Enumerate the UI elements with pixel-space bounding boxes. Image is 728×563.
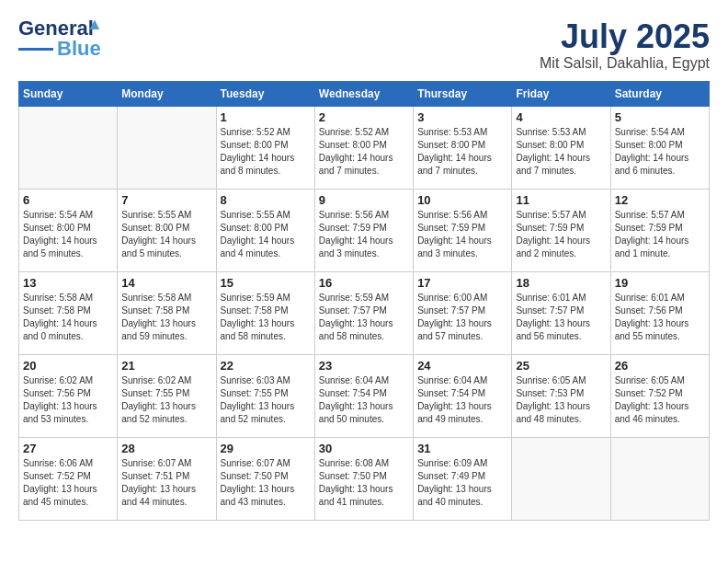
day-info: Sunrise: 5:55 AM Sunset: 8:00 PM Dayligh… [221, 209, 311, 260]
day-number: 11 [516, 193, 606, 207]
day-number: 7 [121, 193, 211, 207]
calendar-cell: 18Sunrise: 6:01 AM Sunset: 7:57 PM Dayli… [512, 271, 610, 354]
day-number: 17 [417, 276, 507, 290]
day-info: Sunrise: 6:06 AM Sunset: 7:52 PM Dayligh… [23, 457, 113, 509]
day-number: 13 [23, 276, 113, 290]
day-number: 21 [121, 359, 211, 373]
calendar-cell: 16Sunrise: 5:59 AM Sunset: 7:57 PM Dayli… [314, 271, 413, 354]
day-number: 20 [23, 359, 113, 373]
calendar-table: SundayMondayTuesdayWednesdayThursdayFrid… [18, 81, 710, 521]
day-info: Sunrise: 6:07 AM Sunset: 7:50 PM Dayligh… [221, 457, 311, 509]
calendar-cell: 31Sunrise: 6:09 AM Sunset: 7:49 PM Dayli… [414, 437, 512, 520]
day-info: Sunrise: 6:01 AM Sunset: 7:56 PM Dayligh… [615, 292, 705, 343]
location-title: Mit Salsil, Dakahlia, Egypt [540, 55, 710, 72]
weekday-header: Wednesday [314, 81, 413, 106]
calendar-cell: 22Sunrise: 6:03 AM Sunset: 7:55 PM Dayli… [216, 354, 314, 437]
weekday-header: Sunday [19, 81, 118, 106]
day-info: Sunrise: 5:57 AM Sunset: 7:59 PM Dayligh… [516, 209, 606, 260]
day-number: 9 [319, 193, 409, 207]
day-number: 12 [615, 193, 705, 207]
day-info: Sunrise: 6:07 AM Sunset: 7:51 PM Dayligh… [121, 457, 211, 509]
month-title: July 2025 [540, 18, 710, 55]
day-info: Sunrise: 5:58 AM Sunset: 7:58 PM Dayligh… [23, 292, 113, 343]
weekday-header: Tuesday [216, 81, 314, 106]
calendar-cell: 25Sunrise: 6:05 AM Sunset: 7:53 PM Dayli… [512, 354, 610, 437]
day-number: 1 [221, 110, 311, 124]
calendar-cell: 6Sunrise: 5:54 AM Sunset: 8:00 PM Daylig… [19, 189, 118, 271]
day-info: Sunrise: 5:59 AM Sunset: 7:58 PM Dayligh… [221, 292, 311, 343]
logo: General ▲ Blue [18, 18, 101, 59]
calendar-cell: 20Sunrise: 6:02 AM Sunset: 7:56 PM Dayli… [19, 354, 118, 437]
day-info: Sunrise: 5:52 AM Sunset: 8:00 PM Dayligh… [319, 126, 409, 178]
day-number: 19 [615, 276, 705, 290]
day-number: 31 [417, 442, 507, 455]
day-info: Sunrise: 5:54 AM Sunset: 8:00 PM Dayligh… [615, 126, 705, 178]
title-area: July 2025 Mit Salsil, Dakahlia, Egypt [540, 18, 710, 72]
calendar-cell: 28Sunrise: 6:07 AM Sunset: 7:51 PM Dayli… [118, 437, 216, 520]
calendar-cell: 27Sunrise: 6:06 AM Sunset: 7:52 PM Dayli… [19, 437, 118, 520]
day-info: Sunrise: 6:03 AM Sunset: 7:55 PM Dayligh… [221, 374, 311, 426]
day-number: 14 [121, 276, 211, 290]
calendar-cell: 24Sunrise: 6:04 AM Sunset: 7:54 PM Dayli… [414, 354, 512, 437]
calendar-cell: 5Sunrise: 5:54 AM Sunset: 8:00 PM Daylig… [610, 106, 709, 189]
day-info: Sunrise: 6:04 AM Sunset: 7:54 PM Dayligh… [319, 374, 409, 426]
calendar-cell [512, 437, 610, 520]
day-number: 15 [221, 276, 311, 290]
calendar-cell: 12Sunrise: 5:57 AM Sunset: 7:59 PM Dayli… [610, 189, 709, 271]
day-info: Sunrise: 5:55 AM Sunset: 8:00 PM Dayligh… [121, 209, 211, 260]
day-info: Sunrise: 6:05 AM Sunset: 7:52 PM Dayligh… [615, 374, 705, 426]
day-number: 6 [23, 193, 113, 207]
logo-text-blue: Blue [57, 39, 101, 59]
day-number: 26 [615, 359, 705, 373]
day-info: Sunrise: 6:09 AM Sunset: 7:49 PM Dayligh… [417, 457, 507, 509]
page-header: General ▲ Blue July 2025 Mit Salsil, Dak… [18, 18, 710, 72]
day-number: 16 [319, 276, 409, 290]
day-number: 10 [417, 193, 507, 207]
calendar-cell: 23Sunrise: 6:04 AM Sunset: 7:54 PM Dayli… [314, 354, 413, 437]
day-info: Sunrise: 5:56 AM Sunset: 7:59 PM Dayligh… [319, 209, 409, 260]
calendar-cell: 2Sunrise: 5:52 AM Sunset: 8:00 PM Daylig… [314, 106, 413, 189]
day-info: Sunrise: 5:59 AM Sunset: 7:57 PM Dayligh… [319, 292, 409, 343]
calendar-week-row: 27Sunrise: 6:06 AM Sunset: 7:52 PM Dayli… [19, 437, 710, 520]
day-info: Sunrise: 6:05 AM Sunset: 7:53 PM Dayligh… [516, 374, 606, 426]
calendar-cell: 14Sunrise: 5:58 AM Sunset: 7:58 PM Dayli… [118, 271, 216, 354]
day-number: 24 [417, 359, 507, 373]
calendar-cell: 10Sunrise: 5:56 AM Sunset: 7:59 PM Dayli… [414, 189, 512, 271]
weekday-header: Monday [118, 81, 216, 106]
day-info: Sunrise: 6:08 AM Sunset: 7:50 PM Dayligh… [319, 457, 409, 509]
calendar-cell: 30Sunrise: 6:08 AM Sunset: 7:50 PM Dayli… [314, 437, 413, 520]
day-number: 3 [417, 110, 507, 124]
day-number: 28 [121, 442, 211, 455]
calendar-cell: 21Sunrise: 6:02 AM Sunset: 7:55 PM Dayli… [118, 354, 216, 437]
calendar-cell [19, 106, 118, 189]
calendar-cell: 19Sunrise: 6:01 AM Sunset: 7:56 PM Dayli… [610, 271, 709, 354]
logo-text: General [18, 17, 94, 40]
day-number: 29 [221, 442, 311, 455]
weekday-header: Friday [512, 81, 610, 106]
day-info: Sunrise: 5:57 AM Sunset: 7:59 PM Dayligh… [615, 209, 705, 260]
calendar-cell: 26Sunrise: 6:05 AM Sunset: 7:52 PM Dayli… [610, 354, 709, 437]
calendar-header-row: SundayMondayTuesdayWednesdayThursdayFrid… [19, 81, 710, 106]
day-info: Sunrise: 6:04 AM Sunset: 7:54 PM Dayligh… [417, 374, 507, 426]
calendar-cell: 8Sunrise: 5:55 AM Sunset: 8:00 PM Daylig… [216, 189, 314, 271]
day-info: Sunrise: 6:00 AM Sunset: 7:57 PM Dayligh… [417, 292, 507, 343]
day-number: 5 [615, 110, 705, 124]
day-info: Sunrise: 5:58 AM Sunset: 7:58 PM Dayligh… [121, 292, 211, 343]
calendar-cell: 13Sunrise: 5:58 AM Sunset: 7:58 PM Dayli… [19, 271, 118, 354]
day-number: 23 [319, 359, 409, 373]
calendar-week-row: 20Sunrise: 6:02 AM Sunset: 7:56 PM Dayli… [19, 354, 710, 437]
calendar-week-row: 1Sunrise: 5:52 AM Sunset: 8:00 PM Daylig… [19, 106, 710, 189]
calendar-cell: 15Sunrise: 5:59 AM Sunset: 7:58 PM Dayli… [216, 271, 314, 354]
day-number: 27 [23, 442, 113, 455]
calendar-cell: 17Sunrise: 6:00 AM Sunset: 7:57 PM Dayli… [414, 271, 512, 354]
calendar-cell: 11Sunrise: 5:57 AM Sunset: 7:59 PM Dayli… [512, 189, 610, 271]
day-info: Sunrise: 5:53 AM Sunset: 8:00 PM Dayligh… [417, 126, 507, 178]
day-info: Sunrise: 5:52 AM Sunset: 8:00 PM Dayligh… [221, 126, 311, 178]
day-info: Sunrise: 6:01 AM Sunset: 7:57 PM Dayligh… [516, 292, 606, 343]
day-number: 2 [319, 110, 409, 124]
calendar-week-row: 6Sunrise: 5:54 AM Sunset: 8:00 PM Daylig… [19, 189, 710, 271]
calendar-cell: 1Sunrise: 5:52 AM Sunset: 8:00 PM Daylig… [216, 106, 314, 189]
day-info: Sunrise: 6:02 AM Sunset: 7:56 PM Dayligh… [23, 374, 113, 426]
day-info: Sunrise: 5:56 AM Sunset: 7:59 PM Dayligh… [417, 209, 507, 260]
weekday-header: Thursday [414, 81, 512, 106]
